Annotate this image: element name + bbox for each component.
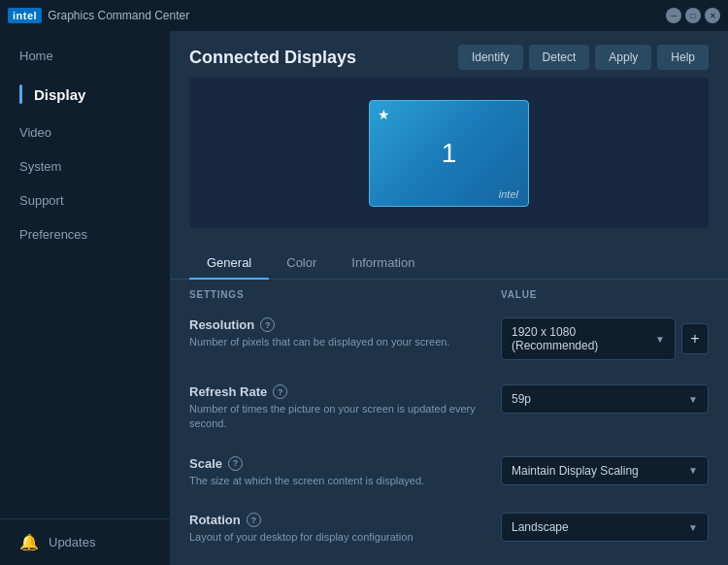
- setting-desc-resolution: Number of pixels that can be displayed o…: [189, 335, 485, 349]
- column-value-label: VALUE: [501, 289, 709, 300]
- setting-row-scale: Scale ? The size at which the screen con…: [189, 445, 709, 501]
- chevron-down-icon: ▼: [688, 522, 698, 533]
- sidebar-item-label: Support: [19, 193, 64, 208]
- setting-label-refresh-rate: Refresh Rate ?: [189, 384, 485, 399]
- content-area: Connected Displays Identify Detect Apply…: [170, 31, 728, 565]
- sidebar-item-home[interactable]: Home: [0, 39, 170, 73]
- setting-label-resolution: Resolution ?: [189, 317, 485, 332]
- setting-desc-rotation: Layout of your desktop for display confi…: [189, 530, 485, 545]
- display-monitor[interactable]: ★ 1 intel: [369, 100, 529, 207]
- setting-row-rotation: Rotation ? Layout of your desktop for di…: [189, 501, 709, 557]
- sidebar-item-updates[interactable]: 🔔 Updates: [0, 518, 170, 565]
- app-name: Graphics Command Center: [48, 9, 189, 22]
- sidebar-item-preferences[interactable]: Preferences: [0, 217, 170, 251]
- setting-label-rotation: Rotation ?: [189, 513, 485, 527]
- sidebar-item-label: Home: [19, 49, 53, 63]
- maximize-button[interactable]: □: [685, 8, 701, 23]
- chevron-down-icon: ▼: [655, 334, 665, 345]
- monitor-star: ★: [378, 107, 390, 122]
- tab-information[interactable]: Information: [334, 248, 432, 280]
- sidebar-item-system[interactable]: System: [0, 150, 170, 183]
- column-settings-label: SETTINGS: [189, 289, 501, 300]
- app-brand: intel Graphics Command Center: [8, 8, 666, 23]
- settings-columns: SETTINGS VALUE: [189, 280, 709, 306]
- setting-info-resolution: Resolution ? Number of pixels that can b…: [189, 317, 501, 349]
- setting-control-rotation: Landscape ▼: [501, 513, 709, 542]
- content-header: Connected Displays Identify Detect Apply…: [170, 31, 728, 78]
- intel-logo: intel: [8, 8, 42, 23]
- window-controls: ─ □ ✕: [666, 8, 720, 23]
- sidebar-item-label: Video: [19, 125, 51, 140]
- bell-icon: 🔔: [19, 533, 39, 551]
- setting-control-scale: Maintain Display Scaling ▼: [501, 456, 709, 485]
- chevron-down-icon: ▼: [688, 465, 698, 476]
- header-buttons: Identify Detect Apply Help: [458, 45, 709, 70]
- setting-desc-refresh-rate: Number of times the picture on your scre…: [189, 402, 485, 432]
- sidebar-item-label: System: [19, 159, 61, 174]
- help-button[interactable]: Help: [657, 45, 709, 70]
- monitor-number: 1: [442, 138, 457, 169]
- main-layout: Home Display Video System Support Prefer…: [0, 31, 728, 565]
- setting-desc-scale: The size at which the screen content is …: [189, 474, 485, 488]
- help-icon-refresh-rate[interactable]: ?: [273, 384, 287, 399]
- setting-row-refresh-rate: Refresh Rate ? Number of times the pictu…: [189, 373, 709, 445]
- chevron-down-icon: ▼: [688, 394, 698, 405]
- title-bar: intel Graphics Command Center ─ □ ✕: [0, 0, 728, 31]
- tab-color[interactable]: Color: [269, 248, 334, 280]
- sidebar-item-display[interactable]: Display: [0, 73, 170, 116]
- help-icon-rotation[interactable]: ?: [247, 513, 261, 527]
- sidebar-item-support[interactable]: Support: [0, 183, 170, 217]
- updates-label: Updates: [49, 535, 95, 549]
- sidebar-item-label: Display: [34, 86, 85, 103]
- settings-panel: SETTINGS VALUE Resolution ? Number of pi…: [170, 280, 728, 565]
- monitor-brand-label: intel: [499, 188, 518, 200]
- rotation-select[interactable]: Landscape ▼: [501, 513, 709, 542]
- sidebar: Home Display Video System Support Prefer…: [0, 31, 170, 565]
- scale-select[interactable]: Maintain Display Scaling ▼: [501, 456, 709, 485]
- close-button[interactable]: ✕: [705, 8, 720, 23]
- help-icon-resolution[interactable]: ?: [260, 317, 275, 332]
- minimize-button[interactable]: ─: [666, 8, 681, 23]
- active-indicator: [19, 84, 22, 104]
- setting-info-scale: Scale ? The size at which the screen con…: [189, 456, 501, 488]
- setting-info-rotation: Rotation ? Layout of your desktop for di…: [189, 513, 501, 545]
- sidebar-item-label: Preferences: [19, 227, 87, 242]
- setting-control-refresh-rate: 59p ▼: [501, 384, 709, 414]
- tab-general[interactable]: General: [189, 248, 269, 280]
- help-icon-scale[interactable]: ?: [228, 456, 243, 471]
- apply-button[interactable]: Apply: [595, 45, 651, 70]
- setting-row-aspect-ratio: Aspect Ratio ? Proportions of displayed …: [189, 558, 709, 565]
- resolution-add-button[interactable]: +: [681, 323, 709, 354]
- setting-row-resolution: Resolution ? Number of pixels that can b…: [189, 306, 709, 373]
- sidebar-item-video[interactable]: Video: [0, 116, 170, 150]
- setting-control-resolution: 1920 x 1080 (Recommended) ▼ +: [501, 317, 709, 360]
- setting-label-scale: Scale ?: [189, 456, 485, 471]
- identify-button[interactable]: Identify: [458, 45, 523, 70]
- setting-info-refresh-rate: Refresh Rate ? Number of times the pictu…: [189, 384, 501, 432]
- detect-button[interactable]: Detect: [529, 45, 590, 70]
- display-preview-area: ★ 1 intel: [189, 78, 709, 228]
- tabs-bar: General Color Information: [170, 238, 728, 280]
- page-title: Connected Displays: [189, 48, 356, 68]
- refresh-rate-select[interactable]: 59p ▼: [501, 384, 709, 414]
- resolution-select[interactable]: 1920 x 1080 (Recommended) ▼: [501, 317, 676, 360]
- sidebar-spacer: [0, 251, 170, 518]
